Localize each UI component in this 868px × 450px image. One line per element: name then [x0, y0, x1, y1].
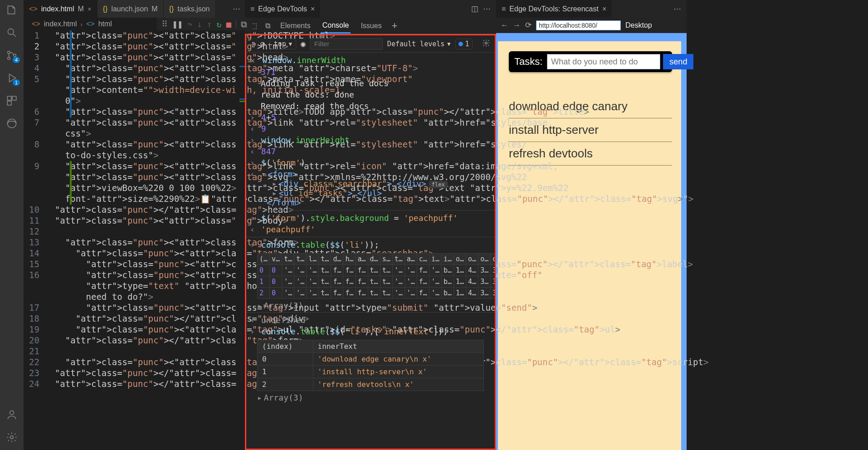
device-label[interactable]: Desktop: [625, 21, 652, 29]
tab-label: index.html: [41, 5, 74, 13]
devtools-pane: ≡ Edge DevTools × ◫ ⋯ ⬚ ⧉ Elements Conso…: [245, 0, 496, 450]
device-icon[interactable]: ⧉: [265, 22, 270, 30]
element-icon: <>: [86, 20, 95, 28]
stop-icon[interactable]: ■: [226, 19, 231, 29]
debug-controls: ⠿ ❚❚ ↷ ↓ ↑ ↻ ■ ⧉: [157, 18, 252, 30]
search-icon[interactable]: [5, 26, 18, 39]
devtools-tab-label: Edge DevTools: [258, 5, 307, 13]
tab-index[interactable]: <> index.html M ×: [24, 0, 98, 18]
more-icon[interactable]: ⋯: [233, 0, 245, 18]
scm-badge: 4: [13, 57, 20, 63]
clear-icon[interactable]: ⊘: [260, 39, 265, 49]
filter-input[interactable]: [310, 38, 383, 50]
close-icon[interactable]: ×: [602, 5, 606, 13]
svg-point-2: [8, 57, 10, 59]
restart-icon[interactable]: ↻: [216, 19, 221, 29]
grip-icon[interactable]: ⠿: [161, 19, 168, 29]
add-tab-icon[interactable]: +: [392, 20, 398, 32]
console-wrap: ▯ ⊘ top ▼ ◉ Default levels ▼ 1 window.in…: [245, 34, 496, 450]
default-levels[interactable]: Default levels ▼: [387, 40, 451, 48]
list-icon: ≡: [250, 5, 254, 13]
breadcrumb-elem[interactable]: html: [98, 20, 112, 28]
back-icon[interactable]: ←: [501, 21, 508, 30]
array-expand[interactable]: Array(3): [250, 301, 491, 310]
list-icon: ≡: [502, 5, 506, 13]
more-icon[interactable]: ⋯: [483, 4, 491, 14]
forward-icon[interactable]: →: [513, 21, 521, 30]
step-into-icon[interactable]: ↓: [197, 19, 202, 29]
html-file-icon: <>: [32, 20, 40, 28]
gear-icon[interactable]: [5, 431, 18, 444]
devtools-tab[interactable]: ≡ Edge DevTools ×: [245, 0, 320, 18]
debug-badge: 1: [13, 79, 20, 86]
issue-count[interactable]: 1: [455, 39, 473, 49]
url-input[interactable]: [536, 20, 621, 30]
context-select[interactable]: top ▼: [270, 39, 296, 49]
debug-icon[interactable]: 1: [5, 72, 18, 84]
console-toolbar: ▯ ⊘ top ▼ ◉ Default levels ▼ 1: [246, 35, 495, 53]
screencast-tabbar: ≡ Edge DevTools: Screencast × ⋯: [496, 0, 687, 18]
flex-badge: flex: [429, 181, 448, 188]
screencast-tab[interactable]: ≡ Edge DevTools: Screencast ×: [496, 0, 612, 18]
html-file-icon: <>: [29, 5, 38, 13]
screencast-toggle-icon[interactable]: ⧉: [241, 19, 247, 29]
chevron-down-icon: ▼: [447, 41, 450, 47]
chevron-down-icon: ▼: [289, 41, 292, 47]
json-file-icon: {}: [169, 5, 174, 13]
issue-dot-icon: [458, 42, 463, 46]
close-icon[interactable]: ×: [311, 5, 315, 13]
sidebar-toggle-icon[interactable]: ▯: [251, 39, 256, 49]
console-table: (…v…t…t…l…t…d…h…a…d…s…t…a…c…i…i…o…o…o…o……: [257, 253, 495, 299]
svg-point-10: [485, 42, 488, 44]
step-over-icon[interactable]: ↷: [187, 19, 192, 29]
tab-label: tasks.json: [177, 5, 210, 13]
json-file-icon: {}: [103, 5, 108, 13]
breadcrumb-file[interactable]: index.html: [44, 20, 77, 28]
svg-point-7: [7, 119, 16, 128]
devtools-tabbar: ≡ Edge DevTools × ◫ ⋯: [245, 0, 496, 18]
array-expand[interactable]: Array(3): [250, 393, 491, 402]
tab-tasks[interactable]: {} tasks.json: [164, 0, 216, 18]
tab-launch[interactable]: {} launch.json M: [98, 0, 164, 18]
close-icon[interactable]: [250, 55, 258, 65]
modified-indicator: M: [78, 5, 84, 13]
tab-label: launch.json: [111, 5, 148, 13]
pause-icon[interactable]: ❚❚: [172, 19, 183, 29]
console-result: 371: [261, 67, 276, 77]
gear-icon[interactable]: [482, 39, 490, 49]
account-icon[interactable]: [5, 408, 18, 421]
step-out-icon[interactable]: ↑: [207, 19, 212, 29]
edge-icon[interactable]: [5, 117, 18, 130]
context-label: top: [274, 40, 286, 48]
extensions-icon[interactable]: [5, 94, 18, 107]
minimap[interactable]: [237, 30, 245, 450]
console-inner-table: (index)innerText 0'download edge canary\…: [257, 340, 484, 391]
svg-rect-6: [7, 101, 11, 105]
svg-point-0: [8, 29, 14, 34]
gutter: 123456789101112131415161718192021222324: [24, 30, 51, 450]
svg-point-8: [10, 411, 14, 415]
console-body[interactable]: window.innerWidth 371 Adding Task :read …: [246, 53, 495, 449]
explorer-icon[interactable]: [5, 4, 18, 16]
editor-area: <> index.html M × {} launch.json M {} ta…: [24, 0, 245, 450]
activity-bar: 4 1: [0, 0, 24, 450]
svg-rect-4: [7, 96, 11, 100]
chevron-right-icon: ›: [81, 21, 83, 28]
eye-icon[interactable]: ◉: [301, 39, 306, 49]
tabs-row: <> index.html M × {} launch.json M {} ta…: [24, 0, 245, 18]
reload-icon[interactable]: ⟳: [525, 20, 532, 30]
more-icon[interactable]: ⋯: [673, 4, 687, 14]
svg-point-9: [10, 436, 14, 439]
svg-point-1: [8, 51, 10, 54]
close-icon[interactable]: ×: [88, 5, 92, 13]
code-editor[interactable]: ⠿ ❚❚ ↷ ↓ ↑ ↻ ■ ⧉ 12345678910111213141516…: [24, 30, 245, 450]
modified-indicator: M: [151, 5, 157, 13]
scm-icon[interactable]: 4: [5, 49, 18, 62]
screencast-tab-label: Edge DevTools: Screencast: [509, 5, 599, 13]
split-icon[interactable]: ◫: [471, 4, 478, 14]
svg-rect-5: [12, 96, 16, 100]
